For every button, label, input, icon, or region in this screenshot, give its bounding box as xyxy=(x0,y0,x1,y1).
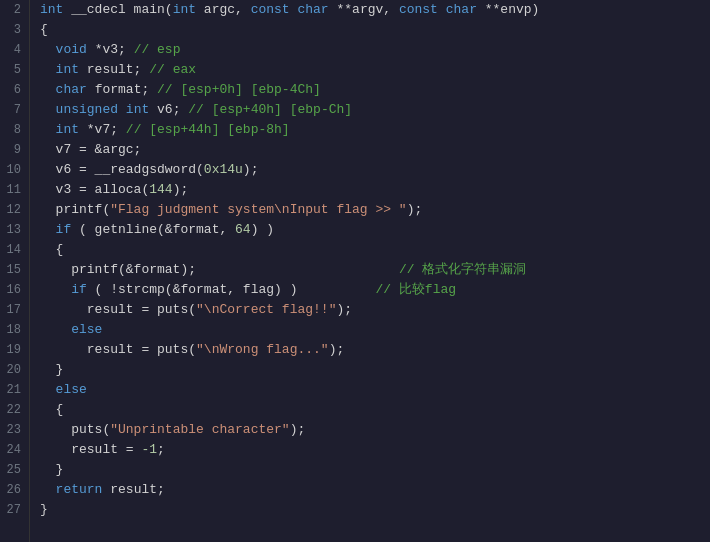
line-number: 14 xyxy=(4,240,21,260)
line-number: 7 xyxy=(4,100,21,120)
code-line: { xyxy=(40,240,710,260)
code-line: } xyxy=(40,360,710,380)
line-number: 3 xyxy=(4,20,21,40)
code-line: int result; // eax xyxy=(40,60,710,80)
code-container: 2345678910111213141516171819202122232425… xyxy=(0,0,710,542)
line-number: 4 xyxy=(4,40,21,60)
line-number: 12 xyxy=(4,200,21,220)
line-number: 19 xyxy=(4,340,21,360)
line-number: 18 xyxy=(4,320,21,340)
code-line: result = -1; xyxy=(40,440,710,460)
line-number: 27 xyxy=(4,500,21,520)
code-line: v3 = alloca(144); xyxy=(40,180,710,200)
line-number: 5 xyxy=(4,60,21,80)
line-number: 23 xyxy=(4,420,21,440)
line-number: 8 xyxy=(4,120,21,140)
code-line: puts("Unprintable character"); xyxy=(40,420,710,440)
code-line: void *v3; // esp xyxy=(40,40,710,60)
code-line: if ( getnline(&format, 64) ) xyxy=(40,220,710,240)
line-number: 26 xyxy=(4,480,21,500)
line-number: 15 xyxy=(4,260,21,280)
code-line: } xyxy=(40,500,710,520)
line-number: 6 xyxy=(4,80,21,100)
code-line: if ( !strcmp(&format, flag) ) // 比较flag xyxy=(40,280,710,300)
line-number: 2 xyxy=(4,0,21,20)
code-line: int *v7; // [esp+44h] [ebp-8h] xyxy=(40,120,710,140)
code-line: v6 = __readgsdword(0x14u); xyxy=(40,160,710,180)
line-number: 24 xyxy=(4,440,21,460)
line-number: 11 xyxy=(4,180,21,200)
line-number: 16 xyxy=(4,280,21,300)
code-line: { xyxy=(40,20,710,40)
code-line: result = puts("\nCorrect flag!!"); xyxy=(40,300,710,320)
line-number: 25 xyxy=(4,460,21,480)
code-line: v7 = &argc; xyxy=(40,140,710,160)
line-number: 10 xyxy=(4,160,21,180)
code-line: int __cdecl main(int argc, const char **… xyxy=(40,0,710,20)
code-line: unsigned int v6; // [esp+40h] [ebp-Ch] xyxy=(40,100,710,120)
line-number: 13 xyxy=(4,220,21,240)
line-number: 21 xyxy=(4,380,21,400)
code-line: } xyxy=(40,460,710,480)
code-line: return result; xyxy=(40,480,710,500)
code-line: char format; // [esp+0h] [ebp-4Ch] xyxy=(40,80,710,100)
code-line: else xyxy=(40,380,710,400)
line-number: 20 xyxy=(4,360,21,380)
line-numbers: 2345678910111213141516171819202122232425… xyxy=(0,0,30,542)
code-line: { xyxy=(40,400,710,420)
code-line: printf(&format); // 格式化字符串漏洞 xyxy=(40,260,710,280)
code-line: result = puts("\nWrong flag..."); xyxy=(40,340,710,360)
line-number: 22 xyxy=(4,400,21,420)
code-line: else xyxy=(40,320,710,340)
code-line: printf("Flag judgment system\nInput flag… xyxy=(40,200,710,220)
line-number: 9 xyxy=(4,140,21,160)
code-content[interactable]: int __cdecl main(int argc, const char **… xyxy=(30,0,710,542)
line-number: 17 xyxy=(4,300,21,320)
